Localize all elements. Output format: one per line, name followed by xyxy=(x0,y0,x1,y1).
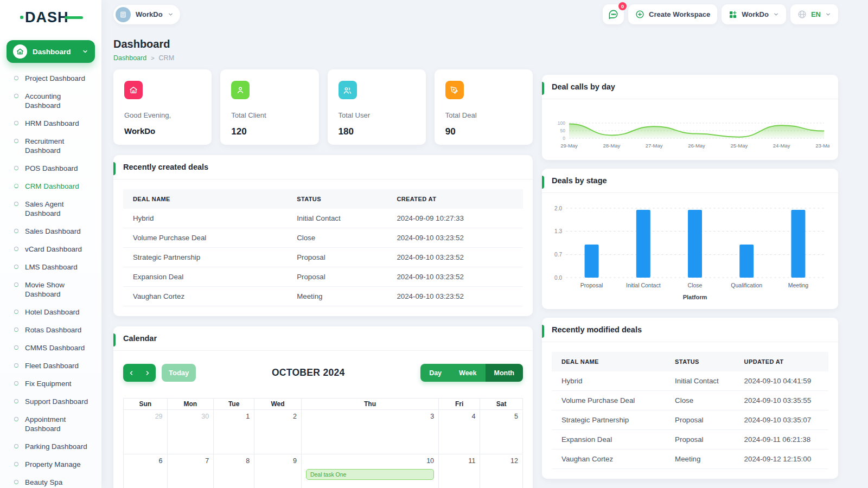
calendar-day-cell[interactable]: 6 xyxy=(124,454,168,488)
sidebar-item-support-dashboard[interactable]: Support Dashboard xyxy=(8,393,96,410)
sidebar-item-beauty-spa-dashboard[interactable]: Beauty Spa Dashboard xyxy=(8,473,96,488)
deal-calls-by-day-card: Deal calls by day 10050029-May28-May27-M… xyxy=(542,75,838,160)
sidebar-item-label: POS Dashboard xyxy=(25,164,78,173)
workspace-dropdown[interactable]: WorkDo xyxy=(722,4,786,24)
card-accent-bar xyxy=(542,176,544,189)
stat-card-total-user: Total User 180 xyxy=(328,69,426,145)
calendar-day-cell[interactable]: 9 xyxy=(254,454,302,488)
calendar-day-number: 29 xyxy=(128,413,163,420)
app-logo[interactable]: DASH xyxy=(25,9,69,26)
breadcrumb-home-link[interactable]: Dashboard xyxy=(113,54,146,62)
deals-by-stage-card: Deals by stage 2.01.30.70.0ProposalIniti… xyxy=(542,169,838,309)
bullet-icon xyxy=(14,282,18,287)
sidebar-item-label: Accounting Dashboard xyxy=(25,92,93,110)
sidebar-item-crm-dashboard[interactable]: CRM Dashboard xyxy=(8,177,96,195)
bullet-icon xyxy=(14,417,18,421)
prev-month-button[interactable] xyxy=(123,364,139,382)
table-cell: 2024-09-10 03:23:52 xyxy=(387,228,523,248)
calendar-day-cell[interactable]: 11 xyxy=(439,454,480,488)
bullet-icon xyxy=(14,229,18,233)
calendar-view-week-button[interactable]: Week xyxy=(450,364,485,382)
svg-text:25-May: 25-May xyxy=(730,143,748,149)
calendar-day-header: Thu xyxy=(301,399,438,410)
sidebar-item-label: Hotel Dashboard xyxy=(25,307,80,317)
calendar-day-cell[interactable]: 3 xyxy=(301,410,438,454)
create-workspace-label: Create Workspace xyxy=(649,10,710,18)
sidebar-item-fix-equipment[interactable]: Fix Equipment xyxy=(8,375,96,393)
column-header: DEAL NAME xyxy=(123,189,287,209)
calendar-view-month-button[interactable]: Month xyxy=(486,364,523,382)
table-cell: Volume Purchase Deal xyxy=(552,391,665,410)
sidebar-item-pos-dashboard[interactable]: POS Dashboard xyxy=(8,159,96,177)
sidebar-item-property-manage[interactable]: Property Manage xyxy=(8,455,96,473)
bullet-icon xyxy=(14,265,18,269)
sidebar-item-accounting-dashboard[interactable]: Accounting Dashboard xyxy=(8,87,96,114)
card-accent-bar xyxy=(113,333,116,346)
language-dropdown[interactable]: EN xyxy=(790,4,838,24)
stat-card-greeting: Good Evening, WorkDo xyxy=(113,69,212,145)
table-cell: 2024-09-10 03:23:52 xyxy=(387,287,523,306)
sidebar-item-fleet-dashboard[interactable]: Fleet Dashboard xyxy=(8,357,96,375)
page-title: Dashboard xyxy=(113,38,838,50)
create-workspace-button[interactable]: Create Workspace xyxy=(628,4,717,24)
chevron-down-icon xyxy=(82,48,88,55)
sidebar-item-hotel-dashboard[interactable]: Hotel Dashboard xyxy=(8,303,96,321)
table-cell: Initial Contact xyxy=(665,371,735,391)
calendar-event[interactable]: Deal task One xyxy=(306,469,434,480)
calendar-day-cell[interactable]: 30 xyxy=(167,410,214,454)
sidebar-item-project-dashboard[interactable]: Project Dashboard xyxy=(8,69,96,87)
today-button[interactable]: Today xyxy=(162,364,196,382)
sidebar-item-cmms-dashboard[interactable]: CMMS Dashboard xyxy=(8,339,96,357)
svg-text:23-May: 23-May xyxy=(815,143,829,149)
sidebar-item-label: CMMS Dashboard xyxy=(25,343,85,352)
users-icon xyxy=(339,81,357,99)
svg-text:28-May: 28-May xyxy=(603,143,620,149)
sidebar-item-vcard-dashboard[interactable]: vCard Dashboard xyxy=(8,240,96,258)
calendar-day-cell[interactable]: 1 xyxy=(214,410,254,454)
sidebar-item-hrm-dashboard[interactable]: HRM Dashboard xyxy=(8,114,96,132)
calendar-day-cell[interactable]: 7 xyxy=(167,454,214,488)
calendar-day-cell[interactable]: 4 xyxy=(439,410,480,454)
sidebar-item-rotas-dashboard[interactable]: Rotas Dashboard xyxy=(8,321,96,339)
chat-icon xyxy=(608,9,618,20)
sidebar-item-label: LMS Dashboard xyxy=(25,262,78,272)
next-month-button[interactable] xyxy=(139,364,156,382)
calendar-day-cell[interactable]: 2 xyxy=(254,410,302,454)
logo-accent-dash xyxy=(65,16,83,19)
sidebar-item-recruitment-dashboard[interactable]: Recruitment Dashboard xyxy=(8,132,96,159)
sidebar-item-label: HRM Dashboard xyxy=(25,119,79,128)
sidebar-item-movie-show-dashboard[interactable]: Movie Show Dashboard xyxy=(8,276,96,303)
sidebar-item-sales-agent-dashboard[interactable]: Sales Agent Dashboard xyxy=(8,195,96,222)
calendar-view-day-button[interactable]: Day xyxy=(420,364,450,382)
calendar-day-cell[interactable]: 12 xyxy=(480,454,523,488)
recently-modified-deals-table: DEAL NAMESTATUSUPDATED AT HybridInitial … xyxy=(552,352,828,469)
bullet-icon xyxy=(14,166,18,170)
table-cell: 2024-09-10 04:41:59 xyxy=(735,371,828,391)
table-row: Volume Purchase DealClose2024-09-10 03:3… xyxy=(552,391,828,410)
deals-by-stage-chart: 2.01.30.70.0ProposalInitial ContactClose… xyxy=(551,198,829,305)
calendar-day-cell[interactable]: 29 xyxy=(124,410,168,454)
bullet-icon xyxy=(14,247,18,251)
table-cell: Initial Contact xyxy=(287,209,387,228)
sidebar-item-sales-dashboard[interactable]: Sales Dashboard xyxy=(8,222,96,240)
sidebar-item-parking-dashboard[interactable]: Parking Dashboard xyxy=(8,438,96,455)
calendar-day-number: 11 xyxy=(443,457,475,465)
calendar-day-cell[interactable]: 5 xyxy=(480,410,523,454)
table-row: Vaughan CortezMeeting2024-09-10 03:23:52 xyxy=(123,287,523,306)
calendar-day-cell[interactable]: 10Deal task One xyxy=(301,454,438,488)
sidebar-item-lms-dashboard[interactable]: LMS Dashboard xyxy=(8,258,96,276)
messages-button[interactable]: 0 xyxy=(603,4,624,24)
bullet-icon xyxy=(14,381,18,386)
workspace-switcher[interactable]: WorkDo xyxy=(113,5,180,24)
sidebar-dashboard-label: Dashboard xyxy=(33,48,71,56)
sidebar-dashboard-button[interactable]: Dashboard xyxy=(7,40,95,63)
calendar-day-number: 1 xyxy=(218,413,250,420)
calendar-day-number: 4 xyxy=(443,413,475,420)
calendar-day-cell[interactable]: 8 xyxy=(214,454,254,488)
stat-label: Total User xyxy=(339,111,415,119)
deal-calls-chart: 10050029-May28-May27-May26-May25-May24-M… xyxy=(551,101,829,156)
bullet-icon xyxy=(14,310,18,314)
stat-value: 180 xyxy=(339,126,415,137)
sidebar-item-appointment-dashboard[interactable]: Appointment Dashboard xyxy=(8,410,96,438)
table-cell: Close xyxy=(665,391,735,410)
